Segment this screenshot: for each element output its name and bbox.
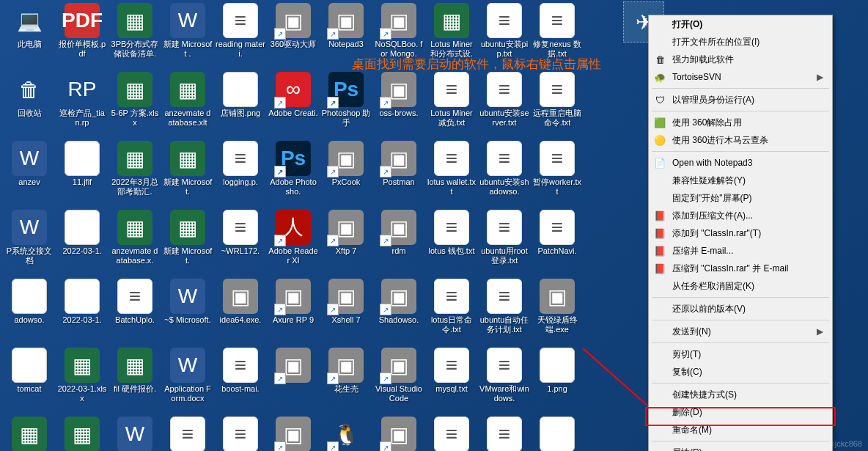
desktop-icon[interactable]: Wanzev [3, 141, 56, 208]
desktop-icon[interactable]: ▣Postman [372, 141, 425, 208]
desktop-icon[interactable]: ▣ [267, 348, 320, 415]
desktop-icon[interactable]: 🖼2022-03-1. [56, 279, 108, 346]
desktop-icon[interactable]: ≡ubuntu安装shadowso. [478, 141, 531, 208]
desktop-icon[interactable]: ≡ubuntu用root登录.txt [478, 210, 531, 277]
desktop-icon[interactable]: ≡暂停worker.txt [531, 141, 584, 208]
menu-item[interactable]: 📕添加到压缩文件(A)... [649, 207, 832, 224]
desktop-icon[interactable]: 🖼11.jfif [56, 141, 108, 208]
icon-label: ubuntu安装shadowso. [478, 177, 531, 197]
desktop-icon[interactable]: ▣oss-brows. [372, 72, 425, 139]
desktop-icon[interactable]: 人Adobe Reader XI [267, 210, 320, 277]
desktop-icon[interactable]: ≡lotus日常命令.txt [425, 279, 478, 346]
desktop-icon[interactable]: RP巡检产品_tian.rp [56, 72, 108, 139]
desktop-icon[interactable]: 🖼店铺图.png [214, 72, 267, 139]
desktop-icon[interactable]: W~$ Microsoft. [161, 279, 214, 346]
desktop-icon[interactable]: ≡lotus 钱包.txt [425, 210, 478, 277]
desktop-icon[interactable]: ▦5-6P 方案.xlsx [108, 72, 161, 139]
desktop-icon[interactable]: ▦anzevmate database.xlt [161, 72, 214, 139]
desktop-icon[interactable]: ▦anzevmate database.x. [108, 210, 161, 277]
desktop-icon[interactable]: ▦2022年3月总部考勤汇. [108, 141, 161, 208]
desktop-icon[interactable]: 💻此电脑 [3, 3, 56, 70]
desktop-icon[interactable]: ▣天锐绿盾终端.exe [531, 279, 584, 346]
desktop-icon[interactable]: PDF报价单模板.pdf [56, 3, 108, 70]
desktop-icon[interactable]: PsPhotoshop 助手 [320, 72, 372, 139]
desktop-icon[interactable]: ≡~WRL172. [214, 210, 267, 277]
desktop-icon[interactable]: ▣PxCook [320, 141, 372, 208]
desktop-icon[interactable]: ▣Shadowso. [372, 279, 425, 346]
icon-label: Xshell 7 [330, 315, 361, 325]
desktop-icon[interactable]: WApplication Form.docx [161, 348, 214, 415]
desktop-icon[interactable]: ≡VMware和windows. [478, 348, 531, 415]
desktop-icon[interactable]: ▦新建 Microsoft. [161, 210, 214, 277]
menu-item[interactable]: 🟡使用 360进行木马云查杀 [649, 131, 832, 149]
desktop-icon[interactable]: ≡ubuntu安装server.txt [478, 72, 531, 139]
desktop-icon[interactable]: ≡lotus wallet.txt [425, 141, 478, 208]
menu-item[interactable]: 发送到(N)▶ [649, 323, 832, 340]
desktop-icon[interactable]: ≡Lotus Miner 减负.txt [425, 72, 478, 139]
desktop-icon[interactable]: ▣Xftp 7 [320, 210, 372, 277]
desktop-icon[interactable]: ≡PatchNavi. [531, 210, 584, 277]
desktop-icon[interactable]: 🖼tomcat [3, 348, 56, 415]
desktop-icon[interactable]: ▣C-Lodop [267, 417, 320, 451]
menu-item[interactable]: 还原以前的版本(V) [649, 300, 832, 318]
menu-item[interactable]: 打开文件所在的位置(I) [649, 33, 832, 51]
desktop-icon[interactable]: ≡Filecoin运维 [161, 417, 214, 451]
desktop-icon[interactable]: 🖼2022-03-1. [56, 210, 108, 277]
menu-item[interactable]: 删除(D) [649, 403, 832, 421]
desktop-icon[interactable]: ▦fil 硬件报价. [108, 348, 161, 415]
menu-item[interactable]: 🟩使用 360解除占用 [649, 114, 832, 131]
menu-item[interactable]: 复制(C) [649, 363, 832, 381]
menu-item[interactable]: 固定到"开始"屏幕(P) [649, 189, 832, 207]
menu-item[interactable]: 📕添加到 "ClassIn.rar"(T) [649, 224, 832, 242]
desktop-icon[interactable]: 🗑回收站 [3, 72, 56, 139]
desktop-icon[interactable]: ≡reading materi. [214, 3, 267, 70]
desktop-icon[interactable]: WP系统交接文档 [3, 210, 56, 277]
desktop-icon[interactable]: ≡报名信息 txt [478, 417, 531, 451]
desktop-icon[interactable]: ▦新建 Microsoft. [161, 141, 214, 208]
desktop-icon[interactable]: ≡mysql.txt [425, 348, 478, 415]
desktop-icon[interactable]: ▣idea64.exe. [214, 279, 267, 346]
menu-item[interactable]: 🐢TortoiseSVN▶ [649, 68, 832, 86]
desktop-icon[interactable]: ▣rdm [372, 210, 425, 277]
desktop-icon[interactable]: ▦ [3, 417, 56, 451]
menu-item[interactable]: 打开(O) [649, 15, 832, 33]
desktop-icon[interactable]: ▣Axure RP 9 [267, 279, 320, 346]
menu-item[interactable]: 重命名(M) [649, 421, 832, 439]
desktop-icon[interactable]: ▦3PB分布式存储设备清单. [108, 3, 161, 70]
menu-item[interactable]: 🗑强力卸载此软件 [649, 51, 832, 68]
desktop-icon[interactable]: 🐧腾讯QQ [320, 417, 372, 451]
desktop-icon[interactable]: ▣Xshell 7 [320, 279, 372, 346]
desktop-icon[interactable]: W新建 Microsoft . [161, 3, 214, 70]
menu-item[interactable]: 📕压缩到 "ClassIn.rar" 并 E-mail [649, 260, 832, 277]
menu-item-label: Open with Notepad3 [672, 158, 752, 168]
desktop-icon[interactable]: ≡BatchUplo. [108, 279, 161, 346]
desktop-icon[interactable]: ≡ubuntu自动任务计划.txt [478, 279, 531, 346]
desktop-icon[interactable]: ≡go_logs. [214, 417, 267, 451]
desktop-icon[interactable]: ▣Visual Studio Code [372, 348, 425, 415]
desktop-icon[interactable]: 🖼1.png [531, 348, 584, 415]
menu-item[interactable]: 剪切(T) [649, 345, 832, 363]
desktop-icon[interactable]: 🖼adowso. [3, 279, 56, 346]
desktop-icon[interactable]: ▣360驱动大师 [267, 3, 320, 70]
desktop-icon[interactable]: ▦2022-02-1 [56, 417, 108, 451]
menu-item[interactable]: 兼容性疑难解答(Y) [649, 172, 832, 189]
desktop-icon[interactable]: Wimport补充 [108, 417, 161, 451]
menu-item[interactable]: 🛡以管理员身份运行(A) [649, 91, 832, 109]
menu-item[interactable]: 📄Open with Notepad3 [649, 154, 832, 172]
desktop-icon[interactable]: ≡boost-mai. [214, 348, 267, 415]
desktop-icon[interactable]: ≡ [425, 417, 478, 451]
menu-item[interactable]: 📕压缩并 E-mail... [649, 242, 832, 260]
menu-item[interactable]: 属性(R) [649, 444, 832, 451]
desktop-icon[interactable]: ≡logging.p. [214, 141, 267, 208]
desktop-icon[interactable]: ∞Adobe Creati. [267, 72, 320, 139]
menu-separator [652, 297, 829, 298]
menu-item[interactable]: 从任务栏取消固定(K) [649, 277, 832, 295]
desktop-icon[interactable]: PsAdobe Photosho. [267, 141, 320, 208]
desktop-icon[interactable]: ▣花生壳 [320, 348, 372, 415]
desktop-icon[interactable]: 🖼 [531, 417, 584, 451]
desktop-icon[interactable]: ▦2022-03-1.xlsx [56, 348, 108, 415]
desktop-icon[interactable]: ▣开始挖矿 [372, 417, 425, 451]
menu-item[interactable]: 创建快捷方式(S) [649, 386, 832, 403]
annotation-text: 桌面找到需要启动的软件，鼠标右键点击属性 [352, 56, 601, 73]
desktop-icon[interactable]: ≡远程重启电脑命令.txt [531, 72, 584, 139]
